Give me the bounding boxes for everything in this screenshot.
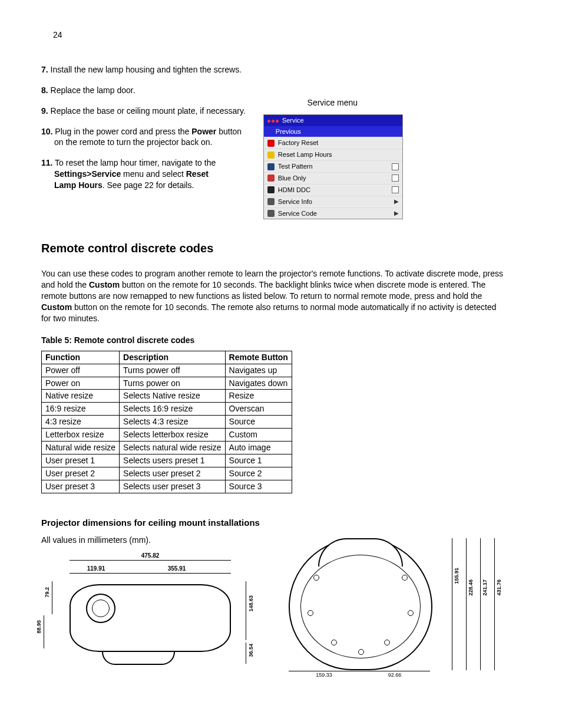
table-header: Remote Button xyxy=(225,351,292,364)
table-cell: Letterbox resize xyxy=(42,429,120,442)
menu-item-icon xyxy=(267,140,275,147)
table-cell: Overscan xyxy=(225,403,292,416)
table-cell: Source 2 xyxy=(225,467,292,480)
page-number: 24 xyxy=(53,29,521,41)
table-cell: Selects users preset 1 xyxy=(120,454,226,467)
lens-icon xyxy=(86,594,115,623)
projector-body-icon xyxy=(70,584,231,652)
menu-item-label: Service Code xyxy=(278,209,317,218)
service-menu-item: HDMI DDC xyxy=(264,184,402,196)
table-row: 16:9 resizeSelects 16:9 resizeOverscan xyxy=(42,403,292,416)
service-menu-item: Service Info▶ xyxy=(264,196,402,207)
table-row: Letterbox resizeSelects letterbox resize… xyxy=(42,429,292,442)
table-cell: User preset 3 xyxy=(42,480,120,493)
table-cell: Selects natural wide resize xyxy=(120,441,226,454)
table-cell: Natural wide resize xyxy=(42,441,120,454)
menu-item-label: Test Pattern xyxy=(278,162,313,171)
service-menu-figure: Service menu Service Previous Factory Re… xyxy=(263,97,402,219)
table-row: User preset 3Selects user preset 3Source… xyxy=(42,480,292,493)
table-row: User preset 2Selects user preset 2Source… xyxy=(42,467,292,480)
arrow-right-icon: ▶ xyxy=(394,209,399,218)
table-cell: Selects Native resize xyxy=(120,390,226,403)
menu-item-label: Reset Lamp Hours xyxy=(278,150,332,159)
top-view-diagram: 155.91 228.46 241.17 431.76 159.33 92.66 xyxy=(283,535,495,682)
service-menu: Service Previous Factory ResetReset Lamp… xyxy=(263,114,403,220)
table-cell: Navigates up xyxy=(225,364,292,377)
service-menu-item: Reset Lamp Hours xyxy=(264,149,402,160)
table-cell: 4:3 resize xyxy=(42,416,120,429)
table-cell: Turns power on xyxy=(120,377,226,390)
step-11: 11. To reset the lamp hour timer, naviga… xyxy=(41,157,246,191)
table-cell: Navigates down xyxy=(225,377,292,390)
table-cell: Selects user preset 3 xyxy=(120,480,226,493)
menu-item-icon xyxy=(267,163,275,170)
table-caption: Table 5: Remote control discrete codes xyxy=(41,335,521,346)
table-cell: Selects letterbox resize xyxy=(120,429,226,442)
menu-item-label: Service Info xyxy=(278,197,312,206)
table-cell: User preset 2 xyxy=(42,467,120,480)
checkbox-icon xyxy=(392,163,399,170)
service-menu-item: Service Code▶ xyxy=(264,207,402,219)
checkbox-icon xyxy=(392,174,399,182)
step-8: 8. Replace the lamp door. xyxy=(41,85,246,96)
table-cell: Turns power off xyxy=(120,364,226,377)
table-row: Power onTurns power onNavigates down xyxy=(42,377,292,390)
menu-item-label: Factory Reset xyxy=(278,139,318,147)
table-cell: Resize xyxy=(225,390,292,403)
section-heading: Remote control discrete codes xyxy=(41,241,521,256)
step-10: 10. Plug in the power cord and press the… xyxy=(41,126,246,149)
steps-list: 7. Install the new lamp housing and tigh… xyxy=(41,64,246,200)
table-header: Function xyxy=(42,351,120,364)
menu-item-icon xyxy=(267,210,275,217)
front-view-diagram: 475.82 119.91 355.91 79.2 88.95 148.63 xyxy=(41,552,236,670)
dimensions-heading: Projector dimensions for ceiling mount i… xyxy=(41,517,521,529)
table-cell: Source 3 xyxy=(225,480,292,493)
table-row: Native resizeSelects Native resizeResize xyxy=(42,390,292,403)
table-cell: Source xyxy=(225,416,292,429)
table-row: Natural wide resizeSelects natural wide … xyxy=(42,441,292,454)
table-cell: Power on xyxy=(42,377,120,390)
table-row: 4:3 resizeSelects 4:3 resizeSource xyxy=(42,416,292,429)
arrow-right-icon: ▶ xyxy=(394,197,399,206)
intro-paragraph: You can use these codes to program anoth… xyxy=(41,268,507,324)
table-row: User preset 1Selects users preset 1Sourc… xyxy=(42,454,292,467)
menu-item-label: HDMI DDC xyxy=(278,186,310,195)
projector-foot-icon xyxy=(102,652,175,665)
table-cell: Native resize xyxy=(42,390,120,403)
service-menu-caption: Service menu xyxy=(263,97,402,108)
table-cell: Selects 4:3 resize xyxy=(120,416,226,429)
service-menu-item: Test Pattern xyxy=(264,160,402,172)
table-cell: Selects 16:9 resize xyxy=(120,403,226,416)
service-menu-item: Blue Only xyxy=(264,172,402,184)
table-cell: User preset 1 xyxy=(42,454,120,467)
table-cell: Selects user preset 2 xyxy=(120,467,226,480)
table-row: Power offTurns power offNavigates up xyxy=(42,364,292,377)
menu-item-icon xyxy=(267,198,275,205)
menu-item-icon xyxy=(267,174,275,182)
table-cell: Auto image xyxy=(225,441,292,454)
dimensions-note: All values in millimeters (mm). xyxy=(41,535,259,546)
checkbox-icon xyxy=(392,186,399,193)
table-cell: Source 1 xyxy=(225,454,292,467)
service-menu-previous: Previous xyxy=(264,126,402,137)
step-7: 7. Install the new lamp housing and tigh… xyxy=(41,64,246,75)
table-cell: 16:9 resize xyxy=(42,403,120,416)
menu-item-icon xyxy=(267,151,275,159)
service-menu-title: Service xyxy=(264,115,402,126)
discrete-codes-table: FunctionDescriptionRemote Button Power o… xyxy=(41,351,292,493)
step-9: 9. Replace the base or ceiling mount pla… xyxy=(41,106,246,117)
menu-item-label: Blue Only xyxy=(278,174,306,183)
service-menu-item: Factory Reset xyxy=(264,137,402,149)
table-cell: Custom xyxy=(225,429,292,442)
projector-top-body-icon xyxy=(289,538,432,670)
table-cell: Power off xyxy=(42,364,120,377)
menu-item-icon xyxy=(267,186,275,193)
menu-dots-icon xyxy=(267,116,280,125)
table-header: Description xyxy=(120,351,226,364)
